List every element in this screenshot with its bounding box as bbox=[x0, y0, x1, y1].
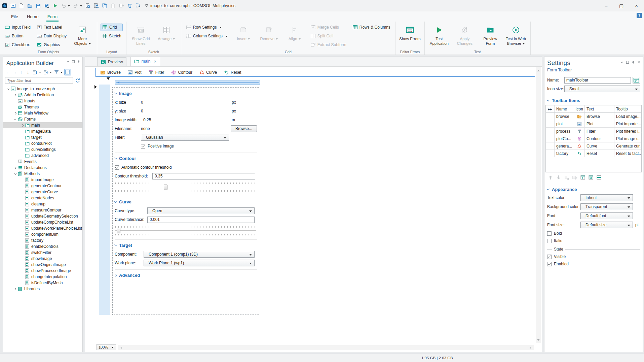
checkbox-italic[interactable] bbox=[547, 239, 552, 243]
section-header-target[interactable]: Target bbox=[115, 243, 257, 248]
vertical-scrollbar[interactable] bbox=[536, 67, 541, 343]
ribbon-button-preview-form[interactable]: Preview Form bbox=[479, 24, 501, 46]
slider-thumb-handle[interactable] bbox=[117, 228, 120, 233]
tree-item-curvesettings[interactable]: curveSettings bbox=[3, 146, 82, 153]
ribbon-button-align[interactable]: Align bbox=[283, 24, 306, 41]
ribbon-button-remove[interactable]: Remove bbox=[258, 24, 280, 41]
tree-item-imagedata[interactable]: imageData bbox=[3, 128, 82, 134]
app-icon-button[interactable] bbox=[2, 3, 7, 8]
tree-item-measurecontour[interactable]: measureContour bbox=[3, 207, 82, 213]
tree-item-isdefinedbymesh[interactable]: isDefinedByMesh bbox=[3, 280, 82, 286]
form-toolbar-plotContour-button[interactable]: Contour bbox=[171, 70, 192, 75]
ribbon-button-sketch[interactable]: Sketch bbox=[101, 32, 123, 40]
find-button[interactable] bbox=[85, 3, 90, 8]
duplicate-button[interactable] bbox=[119, 3, 124, 8]
close-tab-icon[interactable]: × bbox=[154, 59, 157, 64]
forward-button[interactable]: → bbox=[12, 69, 17, 75]
ribbon-tab-home[interactable]: Home bbox=[23, 11, 43, 22]
scroll-right-icon[interactable] bbox=[530, 347, 533, 349]
combo-box[interactable]: Open bbox=[147, 207, 255, 214]
tree-item-showoriginalimage[interactable]: showOriginalImage bbox=[3, 262, 82, 268]
new-file-button[interactable] bbox=[19, 3, 24, 8]
zoom-control[interactable]: 100% bbox=[97, 344, 116, 350]
scroll-down-icon[interactable] bbox=[537, 339, 540, 342]
tab-preview[interactable]: Preview bbox=[97, 57, 126, 66]
tree-item-forms[interactable]: Forms bbox=[3, 116, 82, 122]
ribbon-button-row-settings[interactable]: Row Settings bbox=[185, 24, 229, 31]
tab-main[interactable]: main× bbox=[130, 57, 160, 66]
ribbon-button-extract-subform[interactable]: Extract Subform bbox=[309, 41, 348, 48]
tree-item-changeinterpolation[interactable]: changeInterpolation bbox=[3, 274, 82, 280]
ribbon-button-graphics[interactable]: Graphics bbox=[35, 41, 68, 48]
ribbon-button-rows-columns[interactable]: Rows & Columns bbox=[351, 24, 392, 31]
panel-pin-icon[interactable] bbox=[77, 60, 80, 63]
tree-item-main[interactable]: main bbox=[3, 122, 82, 128]
tree-item-updateworkplanechoicelist[interactable]: updateWorkPlaneChoiceList bbox=[3, 225, 82, 231]
maximize-button[interactable]: ▢ bbox=[614, 0, 629, 11]
tree-item-add-in-definition[interactable]: Add-in Definition bbox=[3, 92, 82, 98]
tree-item-generatecurve[interactable]: generateCurve bbox=[3, 189, 82, 195]
toolbar-item-row-plot[interactable]: plotPlotPlot importe... bbox=[546, 120, 641, 128]
text-field[interactable]: 0.35 bbox=[152, 173, 255, 179]
open-file-button[interactable] bbox=[27, 3, 33, 8]
toolbar-items-header[interactable]: Toolbar Items bbox=[547, 98, 640, 103]
ribbon-button-split-cell[interactable]: Split Cell bbox=[309, 32, 348, 40]
checkbox-bold[interactable] bbox=[547, 231, 552, 236]
ribbon-button-show-errors[interactable]: Show Errors bbox=[399, 24, 421, 41]
move-up-button[interactable] bbox=[548, 175, 553, 181]
tree-expander-icon[interactable] bbox=[13, 167, 17, 169]
column-marker-icon[interactable] bbox=[107, 77, 110, 81]
ribbon-button-input-field[interactable]: Input Field bbox=[3, 24, 32, 31]
icon-size-combo[interactable]: Small bbox=[564, 86, 640, 92]
minimize-button[interactable]: – bbox=[599, 0, 614, 11]
ribbon-button-arrange[interactable]: Arrange bbox=[155, 24, 178, 41]
ribbon-button-text-label[interactable]: TText Label bbox=[35, 24, 68, 31]
undo-button[interactable] bbox=[61, 3, 70, 8]
tree-item-image-to-curve-mph[interactable]: Aimage_to_curve.mph bbox=[3, 86, 82, 92]
delete-button[interactable] bbox=[127, 3, 132, 8]
ribbon-tab-form[interactable]: Form bbox=[43, 11, 62, 22]
move-up-button[interactable]: ↑ bbox=[18, 69, 24, 75]
checkbox[interactable] bbox=[115, 165, 119, 170]
save-button[interactable] bbox=[36, 3, 41, 8]
save-as-button[interactable] bbox=[44, 3, 49, 8]
ribbon-button-show-grid-lines[interactable]: 1.23Show Grid Lines bbox=[130, 24, 152, 46]
tree-item-updatecompchoicelist[interactable]: updateCompChoiceList bbox=[3, 219, 82, 225]
tree-item-enablecontrols[interactable]: enableControls bbox=[3, 243, 82, 250]
tree-item-factory[interactable]: factory bbox=[3, 237, 82, 243]
tree-item-importimage[interactable]: importImage bbox=[3, 177, 82, 183]
section-header-contour[interactable]: Contour bbox=[115, 156, 257, 161]
tree-item-target[interactable]: target bbox=[3, 134, 82, 140]
collapse-all-button[interactable] bbox=[43, 69, 52, 75]
close-button[interactable]: × bbox=[629, 0, 644, 11]
panel-close-icon[interactable] bbox=[637, 60, 641, 64]
combo-box[interactable]: Component 1 (comp1) (3D) bbox=[144, 251, 255, 258]
tree-item-events[interactable]: Events bbox=[3, 159, 82, 165]
toolbar-item-row-process[interactable]: processFilterPlot filtered i... bbox=[546, 128, 641, 135]
add-toggle-item-button[interactable] bbox=[588, 175, 594, 181]
tree-item-contourplot[interactable]: contourPlot bbox=[3, 140, 82, 146]
filter-input[interactable] bbox=[5, 77, 73, 84]
tree-item-generatecontour[interactable]: generateContour bbox=[3, 183, 82, 189]
scroll-left-icon[interactable] bbox=[119, 347, 122, 349]
tree-item-updategeometryselection[interactable]: updateGeometrySelection bbox=[3, 213, 82, 219]
tree-expander-icon[interactable] bbox=[13, 288, 17, 290]
selected-grid-column[interactable] bbox=[99, 85, 110, 315]
row-handle[interactable] bbox=[546, 135, 555, 142]
tree-item-cleanup[interactable]: cleanup bbox=[3, 201, 82, 207]
tree-item-inputs[interactable]: Inputs bbox=[3, 98, 82, 104]
row-handle[interactable] bbox=[546, 128, 555, 135]
tree-expander-icon[interactable] bbox=[13, 119, 17, 120]
toolbar-item-row-browse[interactable]: browseBrowseLoad image... bbox=[546, 113, 641, 120]
toolbar-items-table[interactable]: ▸▸NameIconTextTooltipbrowseBrowseLoad im… bbox=[545, 105, 642, 172]
form-toolbar-object[interactable]: BrowsePlotFilterContourCurveReset bbox=[96, 68, 535, 77]
tree-item-main-window[interactable]: Main Window bbox=[3, 110, 82, 116]
model-data-access-button[interactable] bbox=[64, 69, 71, 75]
help-button[interactable]: ? bbox=[637, 13, 642, 18]
tree-expander-icon[interactable] bbox=[13, 94, 17, 96]
form-toolbar-generateCurve-button[interactable]: Curve bbox=[199, 70, 217, 75]
panel-chevron-icon[interactable] bbox=[620, 60, 623, 64]
section-header-curve[interactable]: Curve bbox=[115, 199, 257, 204]
combo-font-size[interactable]: Default size bbox=[580, 222, 633, 228]
text-field[interactable]: 0.25 bbox=[141, 117, 229, 123]
